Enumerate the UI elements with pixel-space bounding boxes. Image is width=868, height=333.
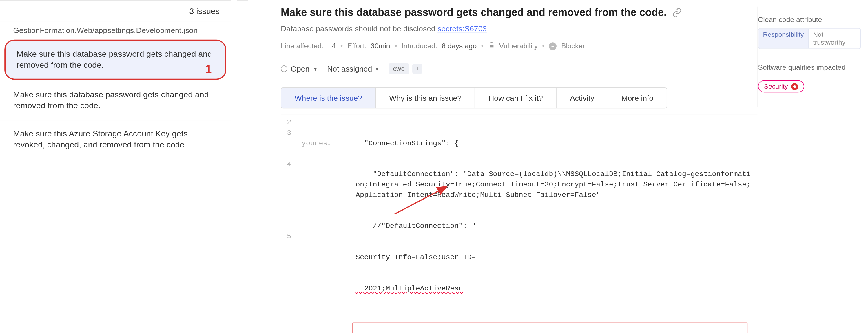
issue-detail-panel: Make sure this database password gets ch… (248, 0, 867, 333)
security-label: Security (764, 82, 788, 90)
right-sidebar: Clean code attribute Responsibility Not … (757, 7, 867, 107)
author-name: younes… (302, 139, 348, 149)
status-label: Open (290, 64, 309, 73)
issue-title: Make sure this database password gets ch… (281, 7, 757, 19)
code-line: "DefaultConnection": "Data Source=(local… (355, 170, 751, 201)
dot-sep: • (340, 42, 343, 50)
line-number: 4 (281, 160, 291, 170)
dot-sep: • (542, 42, 545, 50)
clean-code-title: Clean code attribute (758, 15, 861, 24)
meta-line-value: L4 (328, 42, 336, 50)
tab-more[interactable]: More info (608, 88, 666, 108)
file-path[interactable]: GestionFormation.Web/appsettings.Develop… (0, 21, 230, 38)
issue-list-item-text: Make sure this database password gets ch… (13, 90, 209, 110)
meta-effort-label: Effort: (347, 42, 366, 50)
issue-title-text: Make sure this database password gets ch… (281, 7, 666, 19)
tab-where[interactable]: Where is the issue? (281, 88, 376, 108)
attr-not-trustworthy[interactable]: Not trustworthy (809, 29, 861, 48)
assignee-label: Not assigned (327, 64, 372, 73)
chevron-down-icon: ▾ (375, 65, 379, 72)
panel-divider (237, 0, 248, 333)
code-line: //"DefaultConnection": " (355, 222, 751, 232)
tag-box: cwe + (389, 63, 423, 74)
meta-line-label: Line affected: (281, 42, 323, 50)
attribute-badges: Responsibility Not trustworthy (758, 28, 861, 49)
code-line-flagged: 2021;MultipleActiveResu (355, 284, 751, 294)
line-number: 3 (281, 128, 291, 139)
author-column: younes… (296, 114, 348, 333)
issue-meta-row: Line affected: L4 • Effort: 30min • Intr… (281, 42, 757, 50)
inline-issue-box[interactable]: Make sure this database password gets ch… (352, 322, 747, 333)
line-number: 2 (281, 118, 291, 128)
chevron-down-icon: ▾ (314, 65, 317, 72)
code-content[interactable]: "ConnectionStrings": { "DefaultConnectio… (348, 114, 757, 333)
issue-list-item-text: Make sure this Azure Storage Account Key… (13, 129, 188, 149)
issue-tabs: Where is the issue? Why is this an issue… (281, 88, 667, 108)
tab-fix[interactable]: How can I fix it? (475, 88, 557, 108)
code-line: Security Info=False;User ID= (355, 253, 751, 263)
tab-why[interactable]: Why is this an issue? (376, 88, 475, 108)
rule-link[interactable]: secrets:S6703 (437, 24, 487, 33)
blocker-icon: – (549, 42, 557, 50)
meta-type: Vulnerability (499, 42, 538, 50)
assignee-dropdown[interactable]: Not assigned ▾ (327, 64, 379, 73)
qualities-title: Software qualities impacted (758, 63, 861, 72)
tab-activity[interactable]: Activity (557, 88, 608, 108)
meta-introduced-value[interactable]: 8 days ago (441, 42, 476, 50)
line-number: 5 (281, 232, 291, 242)
permalink-icon[interactable] (672, 8, 682, 18)
attr-responsibility[interactable]: Responsibility (758, 29, 809, 48)
issue-list-item-selected[interactable]: Make sure this database password gets ch… (4, 40, 226, 79)
issues-count: 3 issues (0, 1, 230, 21)
lock-icon (488, 42, 495, 50)
issues-sidebar: 3 issues GestionFormation.Web/appsetting… (0, 0, 231, 333)
security-badge[interactable]: Security (758, 80, 804, 92)
issue-list-item-text: Make sure this database password gets ch… (17, 49, 212, 69)
issue-subtitle: Database passwords should not be disclos… (281, 24, 757, 33)
meta-severity: Blocker (561, 42, 585, 50)
code-line: "ConnectionStrings": { (355, 138, 751, 149)
security-severity-icon (791, 83, 799, 90)
issue-controls: Open ▾ Not assigned ▾ cwe + (281, 63, 757, 74)
code-viewer: 2 3 4 5 younes… "ConnectionSt (281, 114, 757, 333)
meta-effort-value: 30min (371, 42, 390, 50)
tag-chip[interactable]: cwe (389, 63, 409, 74)
add-tag-button[interactable]: + (412, 64, 423, 73)
issue-list-item[interactable]: Make sure this Azure Storage Account Key… (0, 121, 230, 160)
open-circle-icon (281, 65, 287, 72)
annotation-number: 1 (205, 61, 212, 77)
dot-sep: • (481, 42, 484, 50)
issue-subtitle-text: Database passwords should not be disclos… (281, 24, 437, 33)
line-gutter: 2 3 4 5 (281, 114, 296, 333)
dot-sep: • (395, 42, 397, 50)
status-dropdown[interactable]: Open ▾ (281, 64, 317, 73)
issue-list-item[interactable]: Make sure this database password gets ch… (0, 81, 230, 121)
meta-introduced-label: Introduced: (402, 42, 437, 50)
